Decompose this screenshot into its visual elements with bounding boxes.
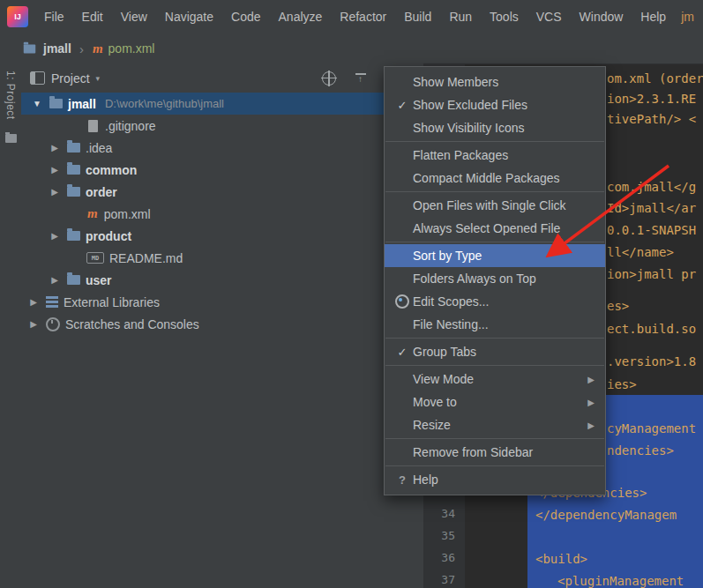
collapse-arrow-icon[interactable]: ▶ [26, 297, 41, 307]
tree-row-idea[interactable]: ▶ .idea [21, 137, 423, 159]
menubar-item-analyze[interactable]: Analyze [270, 10, 332, 24]
collapse-arrow-icon[interactable]: ▶ [48, 275, 62, 285]
expand-arrow-icon[interactable]: ▼ [30, 99, 44, 108]
collapse-arrow-icon[interactable]: ▶ [48, 231, 62, 241]
folder-icon [67, 143, 80, 153]
collapse-arrow-icon[interactable]: ▶ [48, 187, 62, 197]
project-panel: Project ▾ ▼ jmall D:\work\me\github\jmal… [21, 63, 423, 588]
code-fragment: ies> [607, 376, 637, 392]
tree-item-label: user [86, 273, 112, 287]
menu-separator [385, 141, 604, 142]
submenu-arrow-icon: ▶ [587, 421, 595, 430]
context-menu-item-show-members[interactable]: Show Members [385, 71, 605, 93]
menu-item-label: Compact Middle Packages [413, 171, 560, 185]
tree-row-gitignore[interactable]: .gitignore [21, 115, 423, 137]
tree-row-pom-xml[interactable]: m pom.xml [21, 203, 423, 225]
submenu-arrow-icon: ▶ [587, 375, 595, 384]
context-menu-item-file-nesting[interactable]: File Nesting... [385, 313, 605, 336]
check-icon: ✓ [392, 346, 413, 359]
tree-item-label: .gitignore [105, 119, 156, 133]
tree-row-common[interactable]: ▶ common [21, 159, 423, 181]
markdown-icon: MD [86, 252, 104, 264]
help-icon: ? [392, 473, 413, 487]
menu-item-label: Flatten Packages [413, 148, 508, 162]
menubar-item-vcs[interactable]: VCS [527, 10, 571, 24]
menu-item-label: Remove from Sidebar [413, 445, 533, 459]
context-menu-item-help[interactable]: ? Help [385, 468, 605, 491]
tree-item-path: D:\work\me\github\jmall [105, 97, 224, 110]
context-menu-item-always-select-opened-file[interactable]: Always Select Opened File [385, 217, 605, 240]
code-fragment: 0.0.1-SNAPSH [607, 222, 696, 238]
breadcrumb-chevron-icon: › [79, 41, 84, 56]
tree-row-user[interactable]: ▶ user [21, 269, 423, 291]
folder-icon [67, 275, 80, 285]
context-menu-item-flatten-packages[interactable]: Flatten Packages [385, 144, 605, 167]
collapse-arrow-icon[interactable]: ▶ [48, 165, 62, 175]
tree-row-external-libraries[interactable]: ▶ External Libraries [21, 291, 423, 313]
menu-item-label: Open Files with Single Click [413, 198, 566, 212]
menubar-item-navigate[interactable]: Navigate [156, 10, 222, 24]
menubar-item-build[interactable]: Build [395, 10, 440, 24]
chevron-down-icon[interactable]: ▾ [96, 74, 101, 83]
intellij-logo: IJ [7, 6, 28, 27]
editor-tab-label[interactable]: om.xml (order- [607, 71, 703, 86]
navigation-bar: jmall › m pom.xml [0, 33, 703, 64]
code-fragment: ect.build.so [607, 321, 696, 337]
tool-window-stripe-icon[interactable] [5, 134, 17, 143]
context-menu-item-compact-middle-packages[interactable]: Compact Middle Packages [385, 167, 605, 190]
menu-item-label: Folders Always on Top [413, 272, 536, 286]
tree-row-product[interactable]: ▶ product [21, 225, 423, 247]
tree-item-label: pom.xml [104, 207, 151, 221]
menubar-item-help[interactable]: Help [632, 10, 675, 24]
maven-icon: m [87, 207, 98, 220]
collapse-arrow-icon[interactable]: ▶ [26, 319, 41, 329]
locate-icon[interactable] [322, 71, 336, 86]
menubar-item-file[interactable]: File [35, 10, 73, 24]
context-menu-item-sort-by-type[interactable]: Sort by Type [385, 244, 605, 267]
code-fragment: .version>1.8 [607, 354, 696, 369]
breadcrumb-project[interactable]: jmall [43, 41, 71, 56]
menubar-item-window[interactable]: Window [571, 10, 632, 24]
context-menu-item-edit-scopes[interactable]: Edit Scopes... [385, 290, 605, 313]
menubar-item-run[interactable]: Run [440, 10, 481, 24]
menu-item-label: File Nesting... [413, 317, 489, 331]
menubar-item-edit[interactable]: Edit [73, 10, 112, 24]
tree-row-scratches[interactable]: ▶ Scratches and Consoles [21, 313, 423, 335]
panel-title: Project [51, 71, 90, 86]
folder-icon [24, 44, 36, 53]
menubar-item-code[interactable]: Code [222, 10, 269, 24]
collapse-all-icon[interactable] [355, 72, 367, 85]
tree-row-order[interactable]: ▶ order [21, 181, 423, 203]
breadcrumb-file[interactable]: pom.xml [108, 41, 155, 56]
context-menu-item-remove-from-sidebar[interactable]: Remove from Sidebar [385, 441, 605, 464]
context-menu-item-folders-always-on-top[interactable]: Folders Always on Top [385, 267, 605, 290]
project-panel-header[interactable]: Project ▾ [21, 63, 423, 93]
menu-separator [385, 338, 604, 339]
context-menu-item-show-excluded-files[interactable]: ✓ Show Excluded Files [385, 93, 605, 116]
code-fragment: com.jmall</g [607, 179, 696, 195]
tree-row-jmall[interactable]: ▼ jmall D:\work\me\github\jmall [21, 93, 423, 115]
project-view-icon [30, 71, 45, 85]
menu-separator [385, 438, 604, 439]
scope-target-icon [395, 294, 409, 309]
tree-item-label: External Libraries [64, 295, 160, 309]
context-menu-item-group-tabs[interactable]: ✓ Group Tabs [385, 340, 605, 363]
menu-item-label: Always Select Opened File [413, 221, 560, 235]
menubar-item-view[interactable]: View [112, 10, 156, 24]
tree-row-readme[interactable]: MD README.md [21, 247, 423, 269]
project-tool-window-tab[interactable]: 1: Project [4, 71, 17, 120]
menubar-item-tools[interactable]: Tools [481, 10, 527, 24]
context-menu-item-resize[interactable]: Resize ▶ [385, 413, 605, 436]
context-menu-item-move-to[interactable]: Move to ▶ [385, 391, 605, 413]
run-config-label-partial[interactable]: jm [681, 10, 694, 24]
project-tree: ▼ jmall D:\work\me\github\jmall .gitigno… [21, 93, 423, 588]
context-menu-item-view-mode[interactable]: View Mode ▶ [385, 368, 605, 391]
context-menu-item-show-visibility-icons[interactable]: Show Visibility Icons [385, 116, 605, 139]
left-tool-window-bar: 1: Project [0, 63, 22, 588]
tree-item-label: order [86, 185, 117, 199]
context-menu-item-open-files-with-single-click[interactable]: Open Files with Single Click [385, 194, 605, 217]
scope-icon [392, 294, 413, 309]
intellij-window: om.xml (order- ion>2.3.1.RE tivePath/> <… [0, 0, 703, 588]
menubar-item-refactor[interactable]: Refactor [331, 10, 395, 24]
collapse-arrow-icon[interactable]: ▶ [48, 143, 62, 153]
